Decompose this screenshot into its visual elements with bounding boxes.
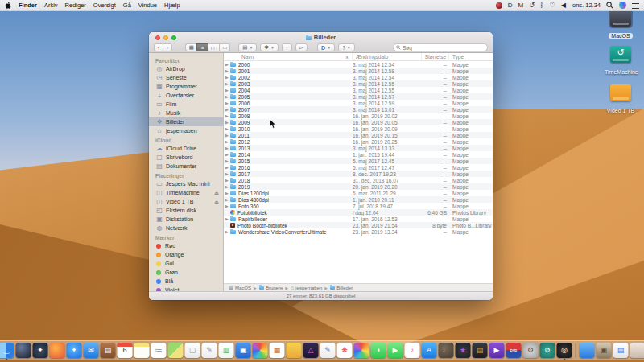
file-row-2012[interactable]: ▶201216. jan. 2019 20.25--Mappe — [224, 138, 493, 145]
disclosure-triangle-icon[interactable]: ▶ — [224, 101, 230, 105]
file-row-2007[interactable]: ▶20073. maj 2014 13.01--Mappe — [224, 106, 493, 113]
menu-item-finder[interactable]: Finder — [19, 2, 37, 9]
volume-icon[interactable]: ◀ — [561, 0, 566, 11]
file-row-2015[interactable]: ▶20155. maj 2017 12.45--Mappe — [224, 158, 493, 164]
disclosure-triangle-icon[interactable]: ▶ — [224, 107, 230, 112]
sidebar-item-airdrop[interactable]: ◎AirDrop — [149, 64, 223, 73]
siri-icon[interactable] — [619, 2, 626, 9]
file-row-foto-360[interactable]: ▶Foto 3607. jul. 2018 19.47--Mappe — [224, 203, 493, 209]
disclosure-triangle-icon[interactable]: ▶ — [224, 120, 230, 125]
eject-icon[interactable]: ⏏ — [214, 190, 219, 195]
file-row-2019[interactable]: ▶201920. jan. 2019 20.20--Mappe — [224, 183, 493, 190]
dock-icon-stack-blue[interactable] — [580, 343, 595, 358]
file-row-2008[interactable]: ▶200816. jan. 2019 20.02--Mappe — [224, 113, 493, 119]
disclosure-triangle-icon[interactable]: ▶ — [224, 171, 230, 176]
disclosure-triangle-icon[interactable]: ▶ — [224, 178, 230, 183]
dock-icon-stack-van[interactable]: ▣ — [597, 343, 612, 358]
disclosure-triangle-icon[interactable]: ▶ — [224, 139, 230, 144]
heart-icon[interactable]: ♡ — [550, 0, 555, 11]
apple-menu-icon[interactable] — [5, 2, 12, 9]
menu-item-oversigt[interactable]: Oversigt — [93, 2, 116, 9]
dock-icon-numbers[interactable]: ▥ — [219, 343, 234, 358]
sidebar-item-netværk[interactable]: ◍Netværk — [149, 224, 223, 232]
dock-icon-app-store[interactable]: A — [422, 343, 437, 358]
file-row-2009[interactable]: ▶200916. jan. 2019 20.05--Mappe — [224, 119, 493, 125]
file-row-2000[interactable]: ▶20003. maj 2014 12.54--Mappe — [224, 61, 493, 68]
dock-icon-player-purple[interactable]: ▶ — [489, 343, 505, 358]
file-row-2006[interactable]: ▶20063. maj 2014 12.59--Mappe — [224, 100, 493, 106]
extension-d-button[interactable]: D▼ — [317, 43, 335, 51]
file-row-dias-4800dpi[interactable]: ▶Dias 4800dpi1. jan. 2010 20.11--Mappe — [224, 196, 493, 203]
file-row-fotobibliotek[interactable]: Fotobiblioteki dag 12.046,46 GBPhotos Li… — [224, 209, 493, 216]
dock-icon-itunes[interactable]: ♪ — [405, 343, 420, 358]
disclosure-triangle-icon[interactable]: ▶ — [224, 184, 230, 189]
sidebar-item-musik[interactable]: ♪Musik — [149, 109, 223, 117]
file-row-2013[interactable]: ▶20133. maj 2014 13.33--Mappe — [224, 145, 493, 151]
dock-icon-doc-pen[interactable]: ✎ — [320, 343, 336, 358]
disclosure-triangle-icon[interactable]: ▶ — [224, 68, 230, 73]
dock-icon-time-machine-app[interactable]: ↺ — [540, 343, 555, 358]
sidebar-item-ekstern-disk[interactable]: ◰Ekstern disk — [149, 206, 223, 215]
dock-icon-color-squares[interactable]: ▦ — [270, 343, 285, 358]
column-header-size[interactable]: Størrelse — [422, 53, 449, 60]
disclosure-triangle-icon[interactable]: ▶ — [224, 62, 230, 67]
menu-item-vindue[interactable]: Vindue — [138, 2, 157, 9]
notification-center-icon[interactable] — [632, 3, 639, 10]
sidebar-item-blå[interactable]: Blå — [149, 277, 223, 286]
dock-icon-dvd-app[interactable]: DVD — [506, 343, 522, 358]
dock-icon-messages[interactable]: ◖ — [371, 343, 386, 358]
help-button[interactable]: ?▼ — [338, 43, 355, 51]
file-row-2011[interactable]: ▶201116. jan. 2019 20.15--Mappe — [224, 132, 493, 138]
dock-icon-obs[interactable]: ◎ — [557, 343, 572, 358]
file-row-2004[interactable]: ▶20043. maj 2014 12.55--Mappe — [224, 87, 493, 93]
disclosure-triangle-icon[interactable]: ▶ — [224, 191, 230, 195]
path-item-billeder[interactable]: Billeder — [336, 286, 353, 290]
menu-item-gå[interactable]: Gå — [123, 2, 131, 9]
sidebar-item-seneste[interactable]: ◷Seneste — [149, 73, 223, 82]
disclosure-triangle-icon[interactable]: ▶ — [224, 113, 230, 118]
dock-icon-photos-wheel-2[interactable] — [354, 343, 369, 358]
dock-icon-contacts[interactable]: ▤ — [101, 343, 116, 358]
disclosure-triangle-icon[interactable]: ▶ — [224, 126, 230, 131]
spotlight-icon[interactable] — [606, 2, 613, 9]
dock-icon-system-preferences[interactable]: ⚙ — [523, 343, 539, 358]
sidebar-item-grøn[interactable]: Grøn — [149, 268, 223, 277]
column-header-name[interactable]: Navn∧ — [224, 53, 353, 60]
column-header-date[interactable]: Ændringsdato — [353, 53, 422, 60]
menu-item-rediger[interactable]: Rediger — [65, 2, 86, 9]
search-field[interactable] — [393, 43, 488, 51]
menu-item-hjælp[interactable]: Hjælp — [164, 2, 180, 9]
path-item-jespernaben[interactable]: jespernaben — [295, 286, 322, 290]
share-button[interactable]: ↑ — [282, 43, 292, 51]
disclosure-triangle-icon[interactable]: ▶ — [224, 133, 230, 138]
file-row-2010[interactable]: ▶201016. jan. 2019 20.09--Mappe — [224, 125, 493, 132]
tag-button[interactable]: ▻ — [295, 43, 308, 51]
dock-icon-calendar[interactable]: 6 — [118, 343, 133, 358]
sidebar-item-jespers-mac-mini[interactable]: ▭Jespers Mac mini — [149, 179, 223, 188]
dock-icon-safari[interactable]: ✦ — [67, 343, 82, 358]
sidebar-item-gul[interactable]: Gul — [149, 259, 223, 268]
dock-icon-facetime[interactable]: ▶ — [388, 343, 403, 358]
sidebar-item-film[interactable]: ▭Film — [149, 100, 223, 109]
menu-item-arkiv[interactable]: Arkiv — [44, 2, 58, 9]
sidebar-item-rød[interactable]: Rød — [149, 241, 223, 250]
dock-icon-maps[interactable] — [168, 343, 184, 358]
sidebar-item-overførsler[interactable]: ⇣Overførsler — [149, 91, 223, 100]
file-row-photo-booth-bibliotek[interactable]: Photo Booth-bibliotek23. jan. 2019 21.54… — [224, 222, 493, 228]
disclosure-triangle-icon[interactable]: ▶ — [224, 94, 230, 99]
column-header-type[interactable]: Type — [449, 53, 493, 60]
file-row-2002[interactable]: ▶20023. maj 2014 12.54--Mappe — [224, 74, 493, 80]
dock-icon-finder[interactable]: ‿ — [0, 343, 14, 358]
sidebar-item-diskstation[interactable]: ▣Diskstation — [149, 215, 223, 224]
file-row-2018[interactable]: ▶201831. dec. 2018 16.07--Mappe — [224, 177, 493, 183]
dock-icon-firefox[interactable] — [50, 343, 65, 358]
file-row-wondershare-videoconverterultimate[interactable]: ▶Wondershare VideoConverterUltimate23. j… — [224, 228, 493, 235]
sidebar-item-billeder[interactable]: ❖Billeder — [149, 117, 223, 126]
desktop-icon-tm[interactable]: TimeMachine — [602, 46, 639, 77]
dock-icon-final-cut[interactable]: ▤ — [473, 343, 488, 358]
sidebar-item-jespernaben[interactable]: ⌂jespernaben — [149, 126, 223, 135]
path-item-brugere[interactable]: Brugere — [266, 286, 283, 290]
view-columns-button[interactable]: ❘❘❘ — [208, 43, 219, 51]
menu-clock[interactable]: ons. 12.34 — [572, 2, 601, 9]
bluetooth-icon[interactable]: ᛒ — [540, 0, 544, 11]
